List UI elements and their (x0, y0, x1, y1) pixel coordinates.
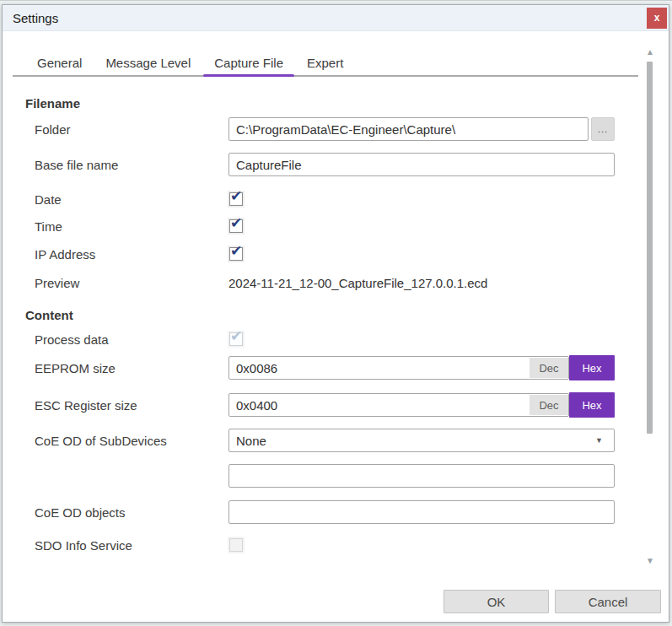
coe-od-objects-label: CoE OD objects (25, 505, 228, 520)
coe-od-subdevices-label: CoE OD of SubDevices (25, 434, 228, 448)
tab-general[interactable]: General (26, 50, 93, 75)
coe-od-subdevices-value: None (229, 434, 595, 448)
preview-label: Preview (25, 276, 228, 290)
coe-od-objects-row: CoE OD objects (25, 500, 669, 524)
cancel-button[interactable]: Cancel (555, 590, 661, 613)
dialog-footer: OK Cancel (444, 590, 661, 613)
ip-address-checkbox[interactable]: ✔ (229, 247, 243, 261)
folder-label: Folder (25, 122, 228, 137)
scroll-up-icon[interactable]: ▲ (644, 47, 656, 57)
ip-address-label: IP Address (25, 247, 228, 262)
folder-row: Folder ... (25, 117, 669, 141)
process-data-row: Process data ✔ (25, 331, 669, 348)
browse-button[interactable]: ... (591, 117, 615, 141)
process-data-label: Process data (25, 332, 228, 347)
date-checkbox[interactable]: ✔ (229, 192, 243, 206)
tab-message-level[interactable]: Message Level (94, 50, 202, 75)
time-checkbox[interactable]: ✔ (229, 219, 243, 233)
capture-file-form: Filename Folder ... Base file name Date … (3, 96, 669, 553)
esc-hex-button[interactable]: Hex (569, 392, 615, 418)
sdo-info-service-row: SDO Info Service (25, 537, 669, 553)
chevron-down-icon: ▼ (595, 436, 603, 445)
eeprom-size-input[interactable] (228, 356, 569, 380)
preview-row: Preview 2024-11-21_12-00_CaptureFile_127… (25, 275, 669, 290)
coe-od-filter-row (25, 464, 669, 488)
vertical-scrollbar[interactable]: ▲ ▼ (644, 47, 656, 566)
check-icon: ✔ (230, 187, 242, 205)
check-icon: ✔ (230, 214, 242, 232)
time-label: Time (25, 219, 228, 234)
tab-bar: General Message Level Capture File Exper… (3, 50, 669, 75)
check-icon: ✔ (230, 242, 242, 260)
eeprom-size-label: EEPROM size (25, 361, 228, 375)
filename-section-header: Filename (25, 96, 669, 111)
folder-field-group: ... (228, 117, 615, 141)
folder-input[interactable] (228, 117, 589, 141)
eeprom-hex-button[interactable]: Hex (569, 355, 615, 380)
settings-dialog: Settings x General Message Level Capture… (2, 4, 669, 623)
dialog-title: Settings (13, 11, 58, 25)
ip-address-row: IP Address ✔ (25, 246, 669, 262)
tab-capture-file[interactable]: Capture File (203, 50, 294, 75)
esc-dec-button[interactable]: Dec (530, 395, 568, 415)
tab-expert[interactable]: Expert (296, 50, 354, 75)
close-icon[interactable]: x (647, 8, 667, 29)
date-row: Date ✔ (25, 191, 669, 208)
esc-register-size-label: ESC Register size (25, 398, 228, 413)
coe-od-subdevices-row: CoE OD of SubDevices None ▼ (25, 429, 669, 452)
sdo-info-service-label: SDO Info Service (25, 538, 228, 553)
eeprom-dec-button[interactable]: Dec (530, 358, 568, 378)
sdo-info-service-checkbox (229, 538, 243, 552)
preview-value: 2024-11-21_12-00_CaptureFile_127.0.0.1.e… (228, 276, 487, 290)
coe-od-subdevices-dropdown[interactable]: None ▼ (228, 429, 615, 452)
coe-od-filter-input[interactable] (228, 464, 615, 488)
check-icon: ✔ (230, 327, 242, 345)
esc-register-size-row: ESC Register size Dec Hex (25, 392, 669, 418)
date-label: Date (25, 192, 228, 207)
base-file-name-row: Base file name (25, 153, 669, 176)
esc-field-group: Dec Hex (228, 392, 615, 418)
dialog-titlebar[interactable]: Settings x (3, 5, 669, 31)
process-data-checkbox: ✔ (229, 332, 243, 346)
eeprom-size-row: EEPROM size Dec Hex (25, 355, 669, 380)
scroll-down-icon[interactable]: ▼ (644, 556, 656, 566)
base-file-name-input[interactable] (228, 153, 615, 176)
base-file-name-label: Base file name (25, 158, 228, 172)
scrollbar-thumb[interactable] (647, 62, 653, 434)
coe-od-objects-input[interactable] (228, 500, 615, 524)
content-section-header: Content (25, 308, 669, 323)
esc-register-size-input[interactable] (228, 393, 569, 417)
ok-button[interactable]: OK (444, 590, 549, 613)
eeprom-field-group: Dec Hex (228, 355, 615, 380)
tab-divider (13, 75, 638, 77)
time-row: Time ✔ (25, 218, 669, 235)
